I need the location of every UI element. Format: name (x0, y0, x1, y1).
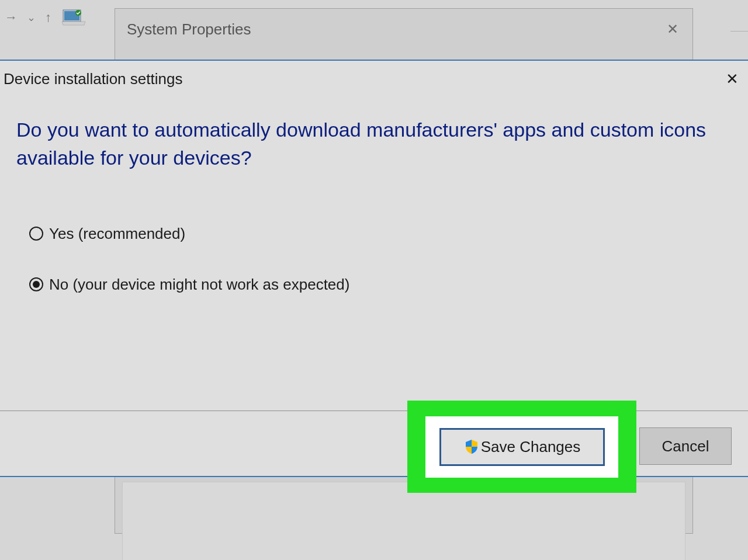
radio-group: Yes (recommended) No (your device might … (16, 225, 732, 294)
system-properties-title: System Properties (127, 20, 251, 39)
radio-icon (29, 277, 43, 291)
save-button-label: Save Changes (481, 438, 581, 456)
save-changes-button[interactable]: Save Changes (439, 428, 605, 466)
tutorial-highlight: Save Changes (407, 401, 636, 493)
close-icon[interactable]: ✕ (667, 21, 678, 37)
dialog-title: Device installation settings (4, 70, 182, 88)
radio-label-yes: Yes (recommended) (49, 225, 185, 243)
uac-shield-icon (463, 439, 480, 455)
nav-dropdown-icon[interactable]: ⌄ (27, 11, 36, 24)
dialog-titlebar: Device installation settings ✕ (0, 61, 748, 97)
radio-option-no[interactable]: No (your device might not work as expect… (29, 276, 732, 294)
radio-icon (29, 227, 43, 241)
close-icon[interactable]: ✕ (726, 70, 739, 88)
radio-option-yes[interactable]: Yes (recommended) (29, 225, 732, 243)
nav-forward-icon[interactable]: → (5, 10, 18, 25)
computer-icon (61, 8, 86, 27)
radio-label-no: No (your device might not work as expect… (49, 276, 349, 294)
nav-up-icon[interactable]: ↑ (45, 10, 51, 25)
system-properties-body (122, 482, 685, 560)
cancel-button[interactable]: Cancel (639, 427, 732, 465)
dialog-content: Do you want to automatically download ma… (0, 97, 748, 411)
system-properties-titlebar: System Properties ✕ (115, 9, 692, 50)
dialog-question: Do you want to automatically download ma… (16, 116, 718, 172)
divider (730, 31, 748, 32)
highlight-inner: Save Changes (425, 416, 618, 478)
